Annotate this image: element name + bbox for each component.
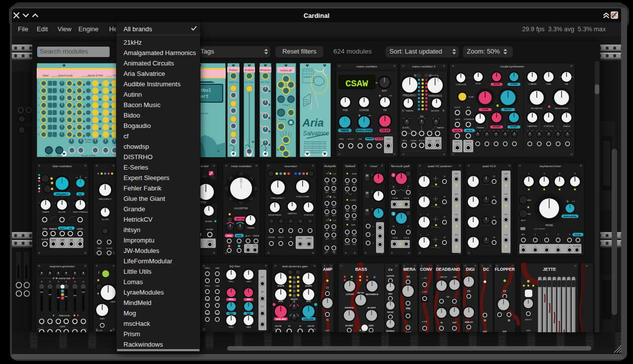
svg-text:LOW: LOW xyxy=(60,239,64,241)
svg-text:IN: IN xyxy=(346,235,348,237)
svg-text:AUX: AUX xyxy=(253,245,257,247)
svg-text:FREQ: FREQ xyxy=(205,313,210,315)
svg-text:modal synthesizer: modal synthesizer xyxy=(500,65,524,68)
svg-text:OUT: OUT xyxy=(503,330,507,332)
svg-text:OUT: OUT xyxy=(332,230,335,232)
svg-text:SHAPE: SHAPE xyxy=(42,211,49,213)
svg-text:OUT: OUT xyxy=(452,321,457,324)
svg-text:OUT A: OUT A xyxy=(392,197,398,199)
svg-text:IN: IN xyxy=(326,206,328,208)
svg-text:OUT: OUT xyxy=(504,214,508,216)
svg-text:IN: IN xyxy=(392,186,394,188)
svg-text:OUT: OUT xyxy=(504,234,508,236)
svg-text:Sample & Hold: Sample & Hold xyxy=(81,154,96,157)
svg-text:Padding: Padding xyxy=(279,118,286,121)
svg-text:3: 3 xyxy=(558,234,559,236)
svg-text:FLOW: FLOW xyxy=(482,109,488,111)
svg-text:RATE: RATE xyxy=(111,301,116,303)
svg-text:bernoulli gate: bernoulli gate xyxy=(391,165,410,168)
svg-text:IN: IN xyxy=(443,237,445,239)
svg-text:HP: HP xyxy=(261,276,264,278)
svg-text:precision engineering what it: precision engineering what it does xyxy=(304,145,327,147)
svg-text:CUTOFF: CUTOFF xyxy=(346,293,354,296)
svg-text:FREQUENCY: FREQUENCY xyxy=(403,94,417,97)
svg-text:FINE: FINE xyxy=(343,109,348,112)
svg-text:OUT A: OUT A xyxy=(392,237,398,239)
svg-text:MERA: MERA xyxy=(403,267,416,272)
svg-text:Rotatoes: Rotatoes xyxy=(260,68,271,71)
svg-text:3: 3 xyxy=(558,245,559,247)
svg-text:IN: IN xyxy=(493,176,495,178)
svg-text:ALL: ALL xyxy=(522,234,525,236)
svg-text:NOISE: NOISE xyxy=(345,243,350,245)
svg-text:OUT: OUT xyxy=(504,193,508,195)
svg-text:doRK: doRK xyxy=(305,76,310,78)
svg-text:MAX: MAX xyxy=(345,219,349,221)
svg-text:GEOMETRY: GEOMETRY xyxy=(531,107,543,110)
svg-text:SHAPE: SHAPE xyxy=(305,285,312,287)
svg-text:4: 4 xyxy=(569,245,570,247)
svg-text:quad VC-polarizer: quad VC-polarizer xyxy=(428,165,451,168)
svg-text:PLAY: PLAY xyxy=(469,96,474,98)
svg-text:quad VCA: quad VCA xyxy=(482,165,496,168)
svg-text:V/OCT: V/OCT xyxy=(60,228,65,230)
svg-text:FM: FM xyxy=(69,228,71,230)
svg-text:EDIT: EDIT xyxy=(521,219,526,222)
svg-text:3:1: 3:1 xyxy=(333,196,335,198)
svg-text:mixer: mixer xyxy=(370,165,378,168)
svg-text:AMP: AMP xyxy=(323,267,332,272)
svg-text:Alpha: Alpha xyxy=(277,148,282,151)
svg-text:LP: LP xyxy=(261,306,264,308)
svg-text:Grabby: Grabby xyxy=(245,68,254,71)
svg-text:INV: INV xyxy=(346,183,349,185)
svg-text:METER: METER xyxy=(291,299,298,301)
svg-text:P: P xyxy=(408,186,409,188)
svg-text:GAP: GAP xyxy=(453,276,457,278)
svg-text:EXCITE: EXCITE xyxy=(308,325,315,327)
svg-text:STRENGTH: STRENGTH xyxy=(464,118,475,121)
svg-text:DC: DC xyxy=(483,267,489,272)
svg-text:resonator: resonator xyxy=(284,165,297,168)
svg-text:MOD: MOD xyxy=(278,300,283,303)
svg-text:OUT: OUT xyxy=(325,191,328,193)
svg-text:AT: AT xyxy=(110,330,113,332)
svg-text:precision engineering what it: precision engineering what it does xyxy=(304,143,327,145)
svg-text:SLOPE: SLOPE xyxy=(59,211,65,213)
svg-text:X Step Y: X Step Y xyxy=(282,104,290,106)
svg-text:1: 1 xyxy=(229,245,230,247)
svg-text:TIMBRE: TIMBRE xyxy=(253,235,260,237)
svg-text:IN: IN xyxy=(443,196,445,198)
svg-text:SHAPE: SHAPE xyxy=(277,285,284,287)
svg-text:CONTOUR: CONTOUR xyxy=(455,83,466,86)
svg-text:SHAPE/TIME: SHAPE/TIME xyxy=(59,277,71,280)
svg-text:BI: BI xyxy=(79,239,81,241)
svg-text:OUT: OUT xyxy=(332,183,335,185)
svg-text:2: 2 xyxy=(546,245,547,247)
svg-text:TIMBRE: TIMBRE xyxy=(476,126,484,129)
svg-text:GAIN: GAIN xyxy=(247,299,251,301)
svg-text:1V/OCT: 1V/OCT xyxy=(525,319,532,321)
svg-text:PULSE: PULSE xyxy=(575,234,581,236)
svg-text:FREQUENCY: FREQUENCY xyxy=(99,198,112,200)
svg-text:TIMBRE: TIMBRE xyxy=(405,110,413,112)
svg-text:keyframer/mixer: keyframer/mixer xyxy=(540,165,561,168)
svg-text:GAIN: GAIN xyxy=(247,312,251,314)
svg-text:precision engineering what it: precision engineering what it does xyxy=(304,141,327,143)
svg-text:OUT: OUT xyxy=(454,214,458,216)
svg-text:V/OCT: V/OCT xyxy=(419,139,425,142)
svg-text:Offsets: Offsets xyxy=(85,141,91,143)
svg-text:BLEND: BLEND xyxy=(205,220,212,223)
svg-text:OUT: OUT xyxy=(454,193,458,195)
svg-text:ALGORITHM: ALGORITHM xyxy=(235,207,248,210)
svg-text:LEVEL MOD: LEVEL MOD xyxy=(304,318,314,320)
svg-text:CV: CV xyxy=(467,290,470,293)
svg-text:utilities: utilities xyxy=(346,165,355,168)
svg-text:BLOW: BLOW xyxy=(494,83,500,85)
svg-text:macro oscillator 2: macro oscillator 2 xyxy=(412,65,436,68)
svg-text:TIME/LEVEL: TIME/LEVEL xyxy=(59,314,70,317)
svg-text:MALLET: MALLET xyxy=(504,109,512,111)
svg-text:LEVEL: LEVEL xyxy=(236,235,242,237)
svg-text:FM: FM xyxy=(359,138,362,140)
svg-text:2: 2 xyxy=(373,234,374,236)
svg-text:COARSE: COARSE xyxy=(528,83,537,85)
